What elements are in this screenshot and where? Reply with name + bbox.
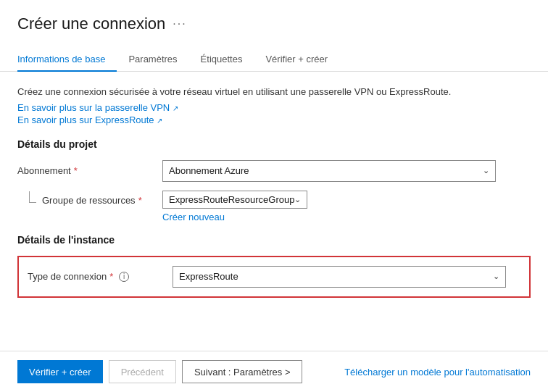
link-expressroute[interactable]: En savoir plus sur ExpressRoute ↗ [17,114,531,125]
groupe-select[interactable]: ExpressRouteResourceGroup ⌄ [162,191,307,209]
external-link-icon-vpn: ↗ [173,104,178,112]
footer: Vérifier + créer Précédent Suivant : Par… [0,351,548,392]
tabs-bar: Informations de base Paramètres Étiquett… [0,36,548,72]
page-header: Créer une connexion ··· [0,0,548,33]
abonnement-chevron-icon: ⌄ [483,166,489,175]
abonnement-required: * [74,165,78,176]
next-button[interactable]: Suivant : Paramètres > [182,360,303,383]
main-content: Créez une connexion sécurisée à votre ré… [0,72,548,351]
groupe-required: * [138,195,142,206]
prev-button: Précédent [109,360,176,383]
description-text: Créez une connexion sécurisée à votre ré… [17,85,531,99]
tab-etiquettes[interactable]: Étiquettes [189,48,254,72]
external-link-icon-er: ↗ [157,117,162,125]
abonnement-row: Abonnement * Abonnement Azure ⌄ [17,160,531,182]
link-vpn[interactable]: En savoir plus sur la passerelle VPN ↗ [17,102,531,113]
groupe-value: ExpressRouteResourceGroup [169,194,294,205]
header-more-options[interactable]: ··· [173,17,186,30]
abonnement-value: Abonnement Azure [169,165,249,176]
type-connexion-info-icon[interactable]: i [119,272,129,282]
tab-parametres[interactable]: Paramètres [117,48,188,72]
type-connexion-chevron-icon: ⌄ [493,272,499,281]
instance-section-box: Type de connexion * i ExpressRoute ⌄ [17,256,531,298]
type-connexion-label: Type de connexion * i [28,271,173,282]
verify-create-button[interactable]: Vérifier + créer [17,360,103,383]
instance-details-title: Détails de l'instance [17,234,531,246]
type-connexion-select[interactable]: ExpressRoute ⌄ [173,266,506,288]
download-template-link[interactable]: Télécharger un modèle pour l'automatisat… [344,367,531,378]
type-connexion-value: ExpressRoute [179,271,238,282]
links-block: En savoir plus sur la passerelle VPN ↗ E… [17,102,531,125]
groupe-label: Groupe de ressources * [17,191,162,206]
groupe-chevron-icon: ⌄ [294,195,301,204]
page-title: Créer une connexion [17,14,165,33]
abonnement-label: Abonnement * [17,165,162,176]
project-details-title: Détails du projet [17,138,531,150]
type-connexion-required: * [109,271,113,282]
tab-verifier[interactable]: Vérifier + créer [254,48,339,72]
tab-informations[interactable]: Informations de base [17,48,117,72]
type-connexion-row: Type de connexion * i ExpressRoute ⌄ [28,266,520,288]
create-new-link[interactable]: Créer nouveau [162,212,225,222]
abonnement-select[interactable]: Abonnement Azure ⌄ [162,160,496,182]
groupe-row: Groupe de ressources * ExpressRouteResou… [17,191,531,209]
